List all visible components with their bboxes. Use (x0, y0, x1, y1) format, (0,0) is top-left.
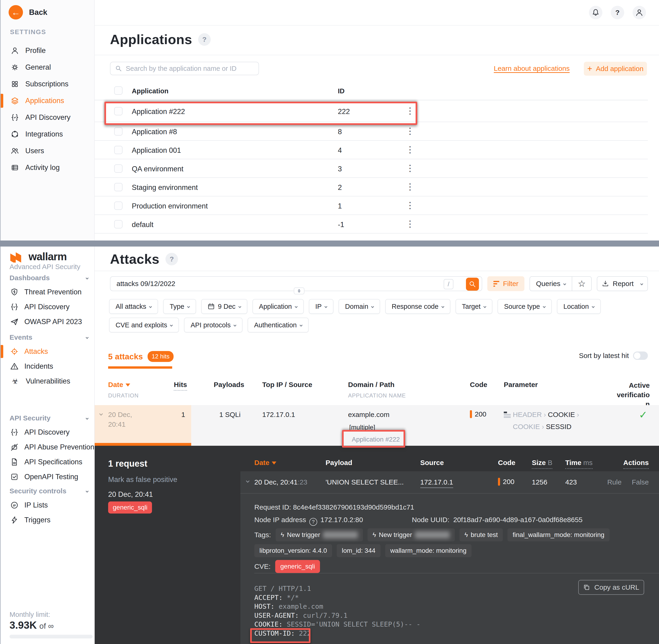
row-checkbox[interactable] (114, 164, 122, 173)
row-menu-icon[interactable]: ⋮ (406, 127, 415, 135)
report-button[interactable]: Report (597, 276, 648, 291)
detail-column-date[interactable]: Date (254, 459, 276, 467)
wallarm-logo[interactable]: wallarm (9, 250, 67, 263)
action-rule[interactable]: Rule (607, 478, 622, 486)
sidebar-item-activity-log[interactable]: Activity log (1, 159, 95, 176)
nav-section-events[interactable]: Events (9, 334, 88, 341)
tag-brute-test[interactable]: ϟbrute test (460, 528, 503, 542)
account-button[interactable] (633, 6, 646, 19)
sidebar-item-threat-prevention[interactable]: Threat Prevention (1, 284, 95, 299)
detail-column-time[interactable]: Time ms (565, 459, 593, 469)
source-link[interactable]: 172.17.0.1 (420, 478, 453, 488)
notifications-button[interactable] (589, 6, 603, 19)
sidebar-item-api-specifications[interactable]: API Specifications (1, 455, 95, 469)
row-menu-icon[interactable]: ⋮ (406, 164, 415, 172)
help-button[interactable]: ? (611, 6, 624, 19)
table-row[interactable]: QA environment 3 ⋮ (95, 159, 648, 178)
row-menu-icon[interactable]: ⋮ (406, 220, 415, 228)
table-row[interactable]: Production environment 1 ⋮ (95, 197, 648, 215)
add-application-button[interactable]: + Add application (584, 62, 647, 76)
action-false[interactable]: False (632, 478, 649, 486)
filter-chip-application[interactable]: Application (253, 299, 304, 314)
search-button[interactable] (466, 278, 479, 291)
domain-value[interactable]: example.com (348, 411, 390, 419)
sidebar-item-attacks[interactable]: Attacks (1, 344, 95, 359)
search-input[interactable] (126, 65, 254, 72)
sidebar-item-openapi-testing[interactable]: OpenAPI Testing (1, 469, 95, 484)
sidebar-item-subscriptions[interactable]: Subscriptions (1, 76, 95, 92)
row-menu-icon[interactable]: ⋮ (406, 182, 415, 191)
filter-chip-all-attacks[interactable]: All attacks (109, 299, 158, 314)
table-row[interactable]: Staging environment 2 ⋮ (95, 178, 648, 197)
learn-about-applications-link[interactable]: Learn about applications (494, 65, 570, 72)
filter-chip-response-code[interactable]: Response code (385, 299, 450, 314)
select-all-checkbox[interactable] (114, 86, 122, 95)
favorite-button[interactable]: ☆ (572, 277, 591, 291)
attacks-count-tab[interactable]: 5 attacks 12 hits (108, 351, 173, 362)
filter-chip-type[interactable]: Type (163, 299, 196, 314)
filter-chip-cve[interactable]: CVE and exploits (109, 318, 179, 332)
back-button[interactable]: ← Back (8, 5, 47, 20)
row-menu-icon[interactable]: ⋮ (406, 201, 415, 209)
sidebar-item-incidents[interactable]: Incidents (1, 359, 95, 374)
tag-lom-id[interactable]: lom_id: 344 (337, 544, 380, 557)
tag-new-trigger[interactable]: ϟNew trigger (276, 528, 363, 542)
filter-chip-domain[interactable]: Domain (338, 299, 380, 314)
sidebar-item-api-abuse-prevention[interactable]: API Abuse Prevention (1, 440, 95, 455)
table-row[interactable]: Application #8 8 ⋮ (95, 122, 648, 141)
sidebar-item-vulnerabilities[interactable]: ☣Vulnerabilities (1, 374, 95, 389)
filter-chip-api-protocols[interactable]: API protocols (184, 318, 242, 332)
filter-chip-ip[interactable]: IP (309, 299, 333, 314)
column-date[interactable]: Date (108, 381, 130, 389)
attack-type-tag[interactable]: generic_sqli (108, 502, 152, 513)
sidebar-item-users[interactable]: Users (1, 142, 95, 159)
row-checkbox[interactable] (114, 127, 122, 136)
row-checkbox[interactable] (114, 202, 122, 210)
title-help-icon[interactable]: ? (165, 253, 178, 266)
search-expander[interactable] (294, 288, 304, 294)
sidebar-item-integrations[interactable]: Integrations (1, 126, 95, 142)
detail-column-actions[interactable]: Actions (623, 459, 649, 469)
nav-section-api-security[interactable]: API Security (9, 414, 88, 422)
nav-section-dashboards[interactable]: Dashboards (9, 274, 88, 282)
cve-tag[interactable]: generic_sqli (275, 560, 320, 573)
sidebar-item-triggers[interactable]: Triggers (1, 513, 95, 527)
sidebar-item-api-discovery-dash[interactable]: API Discovery (1, 299, 95, 314)
filter-chip-authentication[interactable]: Authentication (248, 318, 309, 332)
help-icon[interactable]: ? (309, 518, 317, 526)
row-checkbox[interactable] (114, 183, 122, 191)
filter-chip-target[interactable]: Target (455, 299, 493, 314)
tag-new-trigger[interactable]: ϟNew trigger (368, 528, 455, 542)
filter-button[interactable]: Filter (487, 276, 524, 291)
copy-as-curl-button[interactable]: Copy as cURL (578, 580, 644, 595)
search-input[interactable] (117, 280, 404, 288)
queries-button[interactable]: Queries (530, 277, 572, 291)
table-row[interactable]: Application 001 4 ⋮ (95, 141, 648, 159)
filter-chip-date[interactable]: 9 Dec (201, 299, 248, 314)
row-checkbox[interactable] (114, 220, 122, 228)
sidebar-item-api-discovery[interactable]: API Discovery (1, 425, 95, 440)
sidebar-item-applications[interactable]: Applications (1, 92, 95, 109)
filter-chip-source-type[interactable]: Source type (497, 299, 552, 314)
sidebar-item-api-discovery[interactable]: API Discovery (1, 109, 95, 126)
source-ip-value[interactable]: 172.17.0.1 (262, 411, 295, 419)
sidebar-item-general[interactable]: General (1, 59, 95, 76)
tag-libproton-version[interactable]: libproton_version: 4.4.0 (254, 544, 332, 557)
sidebar-item-owasp-api-2023[interactable]: OWASP API 2023 (1, 314, 95, 329)
attack-row-date-cell[interactable]: 20 Dec, 20:41 1 (95, 405, 191, 446)
column-hits[interactable]: Hits (168, 381, 187, 389)
title-help-icon[interactable]: ? (198, 33, 211, 46)
row-checkbox[interactable] (114, 146, 122, 154)
request-row[interactable]: 20 Dec, 20:41:23 'UNION SELECT SLEE... 1… (240, 471, 659, 493)
nav-section-security-controls[interactable]: Security controls (9, 487, 88, 495)
table-row[interactable]: default -1 ⋮ (95, 215, 648, 233)
mark-false-positive-link[interactable]: Mark as false positive (108, 476, 177, 484)
sidebar-item-profile[interactable]: Profile (1, 42, 95, 59)
detail-column-size[interactable]: Size B (532, 459, 552, 469)
tag-final-wallarm-mode[interactable]: final_wallarm_mode: monitoring (508, 528, 609, 542)
filter-chip-location[interactable]: Location (557, 299, 601, 314)
sort-toggle[interactable] (633, 351, 648, 360)
sidebar-item-ip-lists[interactable]: IP Lists (1, 498, 95, 513)
tag-wallarm-mode[interactable]: wallarm_mode: monitoring (385, 544, 471, 557)
row-menu-icon[interactable]: ⋮ (406, 145, 415, 154)
